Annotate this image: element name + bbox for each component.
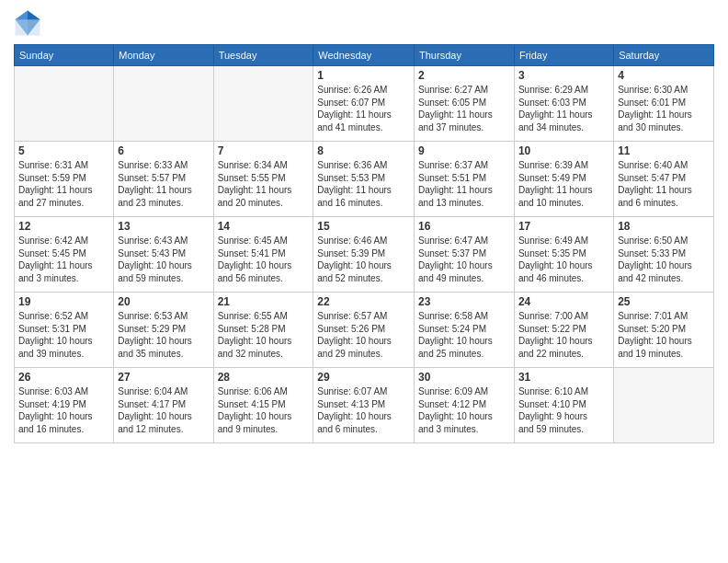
col-header-sunday: Sunday [15,45,114,66]
day-info: Sunrise: 6:31 AM Sunset: 5:59 PM Dayligh… [18,159,109,209]
day-number: 22 [317,295,410,308]
calendar-cell: 12Sunrise: 6:42 AM Sunset: 5:45 PM Dayli… [15,217,114,293]
svg-marker-3 [28,11,40,20]
col-header-wednesday: Wednesday [313,45,415,66]
day-number: 31 [518,371,609,384]
calendar-cell: 13Sunrise: 6:43 AM Sunset: 5:43 PM Dayli… [114,217,213,293]
calendar-cell: 31Sunrise: 6:10 AM Sunset: 4:10 PM Dayli… [514,368,613,443]
calendar-cell: 24Sunrise: 7:00 AM Sunset: 5:22 PM Dayli… [514,293,613,368]
col-header-monday: Monday [114,45,213,66]
day-number: 8 [317,144,410,157]
day-info: Sunrise: 6:27 AM Sunset: 6:05 PM Dayligh… [418,84,510,133]
day-number: 14 [218,220,310,233]
day-number: 30 [418,371,510,384]
day-info: Sunrise: 7:00 AM Sunset: 5:22 PM Dayligh… [518,310,609,360]
calendar-cell: 18Sunrise: 6:50 AM Sunset: 5:33 PM Dayli… [614,217,714,293]
day-info: Sunrise: 6:09 AM Sunset: 4:12 PM Dayligh… [418,385,510,435]
day-info: Sunrise: 6:45 AM Sunset: 5:41 PM Dayligh… [218,235,310,284]
calendar-cell: 7Sunrise: 6:34 AM Sunset: 5:55 PM Daylig… [213,142,313,217]
calendar-cell: 19Sunrise: 6:52 AM Sunset: 5:31 PM Dayli… [15,293,114,368]
calendar-cell: 3Sunrise: 6:29 AM Sunset: 6:03 PM Daylig… [514,66,613,142]
calendar-cell: 1Sunrise: 6:26 AM Sunset: 6:07 PM Daylig… [313,66,415,142]
calendar-cell: 22Sunrise: 6:57 AM Sunset: 5:26 PM Dayli… [313,293,415,368]
day-info: Sunrise: 6:06 AM Sunset: 4:15 PM Dayligh… [218,385,310,435]
day-number: 12 [18,220,109,233]
day-info: Sunrise: 6:03 AM Sunset: 4:19 PM Dayligh… [18,385,109,435]
calendar-cell: 8Sunrise: 6:36 AM Sunset: 5:53 PM Daylig… [313,142,415,217]
calendar-cell: 27Sunrise: 6:04 AM Sunset: 4:17 PM Dayli… [114,368,213,443]
week-row-3: 19Sunrise: 6:52 AM Sunset: 5:31 PM Dayli… [15,293,714,368]
day-number: 27 [118,371,209,384]
calendar: SundayMondayTuesdayWednesdayThursdayFrid… [14,44,714,443]
day-number: 16 [418,220,510,233]
day-info: Sunrise: 6:29 AM Sunset: 6:03 PM Dayligh… [518,84,609,133]
calendar-cell: 6Sunrise: 6:33 AM Sunset: 5:57 PM Daylig… [114,142,213,217]
day-number: 20 [118,295,209,308]
calendar-cell: 28Sunrise: 6:06 AM Sunset: 4:15 PM Dayli… [213,368,313,443]
day-number: 6 [118,144,209,157]
day-info: Sunrise: 6:36 AM Sunset: 5:53 PM Dayligh… [317,159,410,209]
week-row-1: 5Sunrise: 6:31 AM Sunset: 5:59 PM Daylig… [15,142,714,217]
calendar-cell: 25Sunrise: 7:01 AM Sunset: 5:20 PM Dayli… [614,293,714,368]
day-info: Sunrise: 6:07 AM Sunset: 4:13 PM Dayligh… [317,385,410,435]
day-number: 23 [418,295,510,308]
day-number: 1 [317,69,410,82]
calendar-cell: 2Sunrise: 6:27 AM Sunset: 6:05 PM Daylig… [415,66,515,142]
day-info: Sunrise: 6:33 AM Sunset: 5:57 PM Dayligh… [118,159,209,209]
col-header-friday: Friday [514,45,613,66]
day-info: Sunrise: 6:34 AM Sunset: 5:55 PM Dayligh… [218,159,310,209]
day-info: Sunrise: 6:37 AM Sunset: 5:51 PM Dayligh… [418,159,510,209]
page: SundayMondayTuesdayWednesdayThursdayFrid… [0,0,728,563]
day-info: Sunrise: 7:01 AM Sunset: 5:20 PM Dayligh… [618,310,710,360]
col-header-thursday: Thursday [415,45,515,66]
calendar-cell: 17Sunrise: 6:49 AM Sunset: 5:35 PM Dayli… [514,217,613,293]
day-info: Sunrise: 6:52 AM Sunset: 5:31 PM Dayligh… [18,310,109,360]
calendar-cell: 16Sunrise: 6:47 AM Sunset: 5:37 PM Dayli… [415,217,515,293]
day-number: 9 [418,144,510,157]
calendar-cell: 4Sunrise: 6:30 AM Sunset: 6:01 PM Daylig… [614,66,714,142]
day-info: Sunrise: 6:10 AM Sunset: 4:10 PM Dayligh… [518,385,609,435]
day-number: 19 [18,295,109,308]
day-info: Sunrise: 6:47 AM Sunset: 5:37 PM Dayligh… [418,235,510,284]
calendar-cell [114,66,213,142]
calendar-cell: 9Sunrise: 6:37 AM Sunset: 5:51 PM Daylig… [415,142,515,217]
day-info: Sunrise: 6:58 AM Sunset: 5:24 PM Dayligh… [418,310,510,360]
day-number: 21 [218,295,310,308]
calendar-cell: 14Sunrise: 6:45 AM Sunset: 5:41 PM Dayli… [213,217,313,293]
day-number: 28 [218,371,310,384]
day-number: 29 [317,371,410,384]
logo-icon [14,9,41,37]
day-info: Sunrise: 6:40 AM Sunset: 5:47 PM Dayligh… [618,159,710,209]
day-number: 3 [518,69,609,82]
logo [14,9,45,37]
day-info: Sunrise: 6:55 AM Sunset: 5:28 PM Dayligh… [218,310,310,360]
calendar-cell: 23Sunrise: 6:58 AM Sunset: 5:24 PM Dayli… [415,293,515,368]
calendar-cell [213,66,313,142]
week-row-0: 1Sunrise: 6:26 AM Sunset: 6:07 PM Daylig… [15,66,714,142]
day-number: 2 [418,69,510,82]
day-number: 26 [18,371,109,384]
day-info: Sunrise: 6:57 AM Sunset: 5:26 PM Dayligh… [317,310,410,360]
day-number: 18 [618,220,710,233]
day-number: 5 [18,144,109,157]
calendar-cell: 11Sunrise: 6:40 AM Sunset: 5:47 PM Dayli… [614,142,714,217]
day-number: 4 [618,69,710,82]
day-number: 17 [518,220,609,233]
day-number: 11 [618,144,710,157]
day-info: Sunrise: 6:39 AM Sunset: 5:49 PM Dayligh… [518,159,609,209]
calendar-cell: 26Sunrise: 6:03 AM Sunset: 4:19 PM Dayli… [15,368,114,443]
day-number: 10 [518,144,609,157]
calendar-cell: 5Sunrise: 6:31 AM Sunset: 5:59 PM Daylig… [15,142,114,217]
day-info: Sunrise: 6:04 AM Sunset: 4:17 PM Dayligh… [118,385,209,435]
day-number: 13 [118,220,209,233]
calendar-cell: 15Sunrise: 6:46 AM Sunset: 5:39 PM Dayli… [313,217,415,293]
svg-marker-4 [16,11,28,20]
col-header-saturday: Saturday [614,45,714,66]
calendar-cell: 29Sunrise: 6:07 AM Sunset: 4:13 PM Dayli… [313,368,415,443]
week-row-4: 26Sunrise: 6:03 AM Sunset: 4:19 PM Dayli… [15,368,714,443]
day-info: Sunrise: 6:42 AM Sunset: 5:45 PM Dayligh… [18,235,109,284]
col-header-tuesday: Tuesday [213,45,313,66]
calendar-cell: 20Sunrise: 6:53 AM Sunset: 5:29 PM Dayli… [114,293,213,368]
calendar-header-row: SundayMondayTuesdayWednesdayThursdayFrid… [15,45,714,66]
calendar-cell: 10Sunrise: 6:39 AM Sunset: 5:49 PM Dayli… [514,142,613,217]
